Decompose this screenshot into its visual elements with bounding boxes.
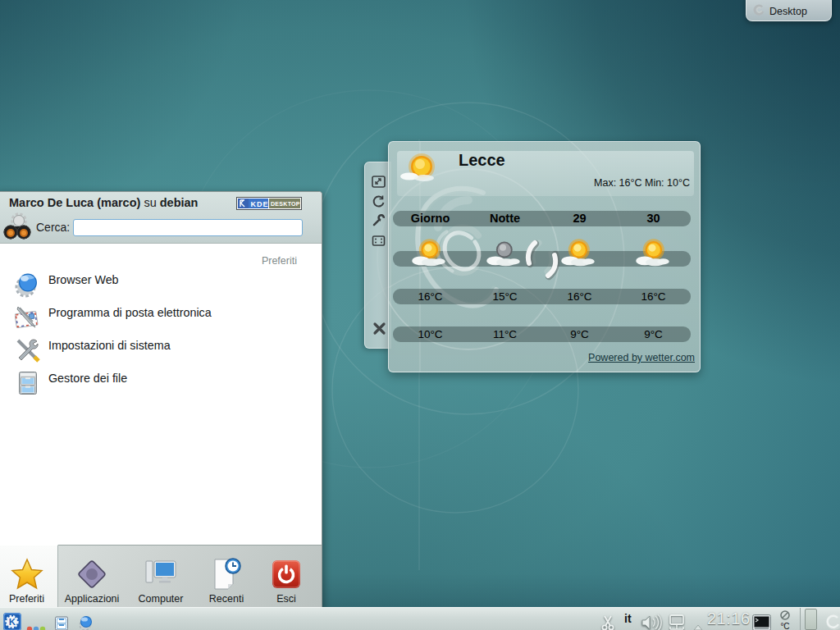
svg-text:KDE: KDE: [251, 200, 269, 208]
svg-text:DESKTOP: DESKTOP: [271, 201, 300, 207]
svg-text:K: K: [9, 617, 16, 627]
